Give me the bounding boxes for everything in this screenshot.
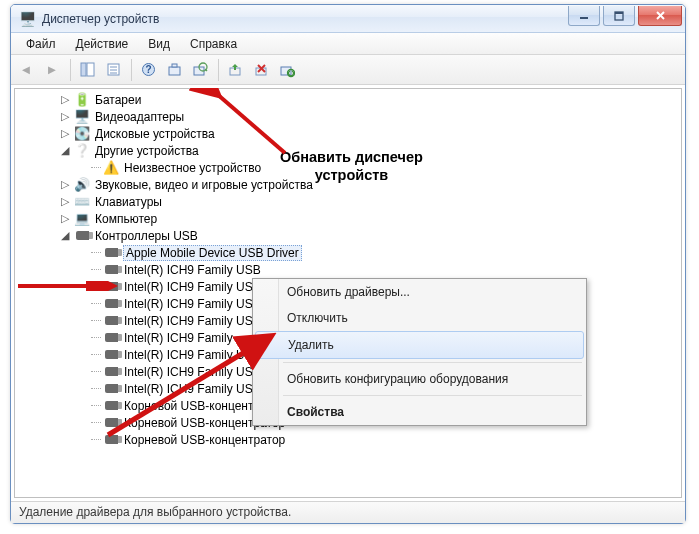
toolbar-separator <box>131 59 132 81</box>
nav-back-button[interactable]: ◄ <box>14 58 38 82</box>
usb-icon <box>74 228 90 244</box>
scan-hardware-changes-button[interactable] <box>188 58 212 82</box>
computer-icon: 💻 <box>74 211 90 227</box>
tree-item-root-hub[interactable]: Корневой USB-концентратор <box>19 431 681 448</box>
usb-icon <box>103 398 119 414</box>
svg-text:?: ? <box>145 64 151 75</box>
expand-icon[interactable]: ▷ <box>59 213 71 225</box>
usb-icon <box>103 330 119 346</box>
menu-view[interactable]: Вид <box>139 35 179 53</box>
svg-rect-14 <box>172 64 177 67</box>
annotation-text: Обнавить диспечер устройств <box>280 148 423 184</box>
tree-item-disks[interactable]: ▷💽Дисковые устройства <box>19 125 681 142</box>
toolbar: ◄ ► ? <box>11 55 685 85</box>
usb-icon <box>103 262 119 278</box>
tree-item-apple-usb[interactable]: Apple Mobile Device USB Driver <box>19 244 681 261</box>
expand-icon[interactable]: ▷ <box>59 196 71 208</box>
usb-icon <box>103 313 119 329</box>
ctx-uninstall[interactable]: Удалить <box>255 331 584 359</box>
usb-icon <box>103 347 119 363</box>
keyboard-icon: ⌨️ <box>74 194 90 210</box>
status-bar: Удаление драйвера для выбранного устройс… <box>11 501 685 523</box>
usb-icon <box>103 279 119 295</box>
update-driver-button[interactable] <box>223 58 247 82</box>
usb-icon <box>103 296 119 312</box>
usb-icon <box>103 415 119 431</box>
collapse-icon[interactable]: ◢ <box>59 145 71 157</box>
usb-icon <box>103 381 119 397</box>
tree-item-usb-controllers[interactable]: ◢Контроллеры USB <box>19 227 681 244</box>
usb-icon <box>103 364 119 380</box>
window-title: Диспетчер устройств <box>42 12 568 26</box>
disk-icon: 💽 <box>74 126 90 142</box>
battery-icon: 🔋 <box>74 92 90 108</box>
expand-icon[interactable]: ▷ <box>59 111 71 123</box>
tree-item-ich9[interactable]: Intel(R) ICH9 Family USB <box>19 261 681 278</box>
expand-icon[interactable]: ▷ <box>59 94 71 106</box>
title-bar: 🖥️ Диспетчер устройств <box>11 5 685 33</box>
uninstall-button[interactable] <box>249 58 273 82</box>
context-menu-separator <box>283 395 582 396</box>
expand-icon[interactable]: ▷ <box>59 128 71 140</box>
svg-rect-6 <box>87 63 94 76</box>
toolbar-separator <box>70 59 71 81</box>
tree-item-video[interactable]: ▷🖥️Видеоадаптеры <box>19 108 681 125</box>
scan-hardware-button[interactable] <box>162 58 186 82</box>
warning-icon: ⚠️ <box>103 160 119 176</box>
menu-help[interactable]: Справка <box>181 35 246 53</box>
context-menu-separator <box>283 362 582 363</box>
other-icon: ❔ <box>74 143 90 159</box>
expand-icon[interactable]: ▷ <box>59 179 71 191</box>
window-controls <box>568 5 685 32</box>
show-hide-tree-button[interactable] <box>75 58 99 82</box>
menu-file[interactable]: Файл <box>17 35 65 53</box>
collapse-icon[interactable]: ◢ <box>59 230 71 242</box>
ctx-scan-hardware[interactable]: Обновить конфигурацию оборудования <box>253 366 586 392</box>
usb-icon <box>103 245 119 261</box>
device-manager-window: 🖥️ Диспетчер устройств Файл Действие Вид… <box>10 4 686 524</box>
svg-rect-5 <box>81 63 86 76</box>
menu-bar: Файл Действие Вид Справка <box>11 33 685 55</box>
display-icon: 🖥️ <box>74 109 90 125</box>
tree-item-computer[interactable]: ▷💻Компьютер <box>19 210 681 227</box>
toolbar-separator <box>218 59 219 81</box>
ctx-properties[interactable]: Свойства <box>253 399 586 425</box>
usb-icon <box>103 432 119 448</box>
ctx-update-drivers[interactable]: Обновить драйверы... <box>253 279 586 305</box>
minimize-button[interactable] <box>568 6 600 26</box>
nav-forward-button[interactable]: ► <box>40 58 64 82</box>
ctx-disable[interactable]: Отключить <box>253 305 586 331</box>
help-button[interactable]: ? <box>136 58 160 82</box>
context-menu[interactable]: Обновить драйверы... Отключить Удалить О… <box>252 278 587 426</box>
properties-button[interactable] <box>101 58 125 82</box>
status-text: Удаление драйвера для выбранного устройс… <box>19 505 291 519</box>
menu-action[interactable]: Действие <box>67 35 138 53</box>
svg-rect-13 <box>169 67 180 75</box>
app-icon: 🖥️ <box>19 11 36 27</box>
tree-item-keyboards[interactable]: ▷⌨️Клавиатуры <box>19 193 681 210</box>
sound-icon: 🔊 <box>74 177 90 193</box>
tree-item-batteries[interactable]: ▷🔋Батареи <box>19 91 681 108</box>
maximize-button[interactable] <box>603 6 635 26</box>
close-button[interactable] <box>638 6 682 26</box>
disable-button[interactable] <box>275 58 299 82</box>
